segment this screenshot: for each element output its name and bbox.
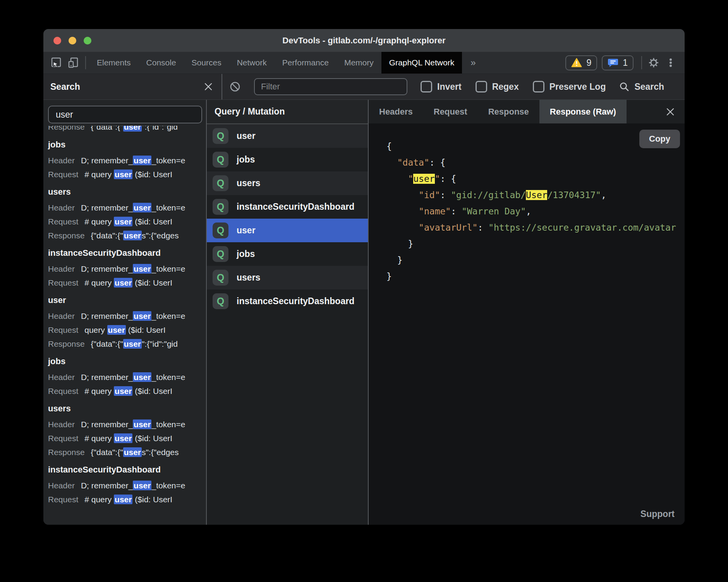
query-type-badge: Q — [213, 128, 228, 144]
result-row[interactable]: Requestquery user ($id: UserI — [48, 323, 206, 337]
settings-gear-icon[interactable] — [645, 57, 662, 68]
result-row[interactable]: Response{"data":{"users":{"edges — [48, 229, 206, 243]
result-text: ":{"id":"gid — [142, 339, 178, 348]
toolbar-divider — [85, 56, 86, 69]
kebab-menu-icon[interactable] — [662, 57, 679, 68]
filter-input[interactable] — [254, 78, 407, 95]
json-token — [386, 157, 397, 168]
tabbar-spacer — [484, 52, 566, 74]
detail-tab-request[interactable]: Request — [423, 100, 478, 123]
tab-memory[interactable]: Memory — [337, 52, 381, 74]
result-text: _token=e — [151, 264, 185, 273]
warnings-badge[interactable]: 9 — [565, 55, 597, 70]
result-row[interactable]: HeaderD; remember_user_token=e — [48, 262, 206, 276]
inspect-element-icon[interactable] — [48, 52, 65, 74]
result-row[interactable]: Request# query user ($id: UserI — [48, 384, 206, 398]
detail-tab-response-raw[interactable]: Response (Raw) — [539, 100, 627, 123]
result-row[interactable]: Response{"data":{"users":{"edges — [48, 445, 206, 459]
result-row[interactable]: HeaderD; remember_user_token=e — [48, 309, 206, 323]
highlighted-match: user — [114, 169, 132, 179]
json-token: , — [601, 190, 606, 200]
result-row[interactable]: Request# query user ($id: UserI — [48, 431, 206, 445]
highlighted-match: user — [123, 231, 142, 240]
result-row-content: # query user ($id: UserI — [84, 433, 172, 443]
result-text: # query — [84, 278, 114, 287]
json-token: "data" — [397, 157, 429, 168]
json-code-line: "user": { — [386, 171, 685, 187]
result-text: {"data":{" — [91, 339, 123, 348]
preserve-log-checkbox[interactable]: Preserve Log — [533, 81, 606, 92]
support-link[interactable]: Support — [640, 509, 675, 519]
query-row-users[interactable]: Qusers — [207, 266, 368, 289]
result-row[interactable]: Request# query user ($id: UserI — [48, 215, 206, 229]
query-row-user[interactable]: Quser — [207, 219, 368, 242]
invert-checkbox-box[interactable] — [421, 81, 432, 92]
highlighted-match: user — [114, 278, 132, 288]
result-row[interactable]: HeaderD; remember_user_token=e — [48, 154, 206, 168]
result-row[interactable]: HeaderD; remember_user_token=e — [48, 479, 206, 493]
search-toggle[interactable]: Search — [619, 81, 664, 92]
result-row-content: # query user ($id: UserI — [84, 386, 172, 396]
tab-elements[interactable]: Elements — [89, 52, 139, 74]
result-text: ":{"id":"gid — [142, 126, 178, 131]
search-input-box[interactable] — [48, 106, 202, 123]
preserve-log-checkbox-box[interactable] — [533, 81, 544, 92]
result-row-content: D; remember_user_token=e — [81, 372, 185, 382]
query-type-badge: Q — [213, 152, 228, 168]
tab-performance[interactable]: Performance — [275, 52, 337, 74]
query-row-users[interactable]: Qusers — [207, 171, 368, 195]
tab-network[interactable]: Network — [229, 52, 275, 74]
result-row-label: Header — [48, 156, 75, 165]
tab-graphql-network[interactable]: GraphQL Network — [381, 52, 462, 74]
search-results: Response{"data":{"user":{"id":"gidjobsHe… — [43, 126, 206, 525]
json-code: { "data": { "user": { "id": "gid://gitla… — [369, 123, 685, 284]
more-tabs-chevron[interactable]: » — [462, 52, 484, 74]
query-row-user[interactable]: Quser — [207, 124, 368, 148]
regex-checkbox-box[interactable] — [476, 81, 487, 92]
close-detail-button[interactable] — [656, 100, 685, 123]
result-row[interactable]: Response{"data":{"user":{"id":"gid — [48, 126, 206, 134]
detail-panel: HeadersRequestResponseResponse (Raw) { "… — [369, 100, 685, 525]
result-row[interactable]: HeaderD; remember_user_token=e — [48, 370, 206, 384]
result-row[interactable]: HeaderD; remember_user_token=e — [48, 418, 206, 431]
detail-tabs: HeadersRequestResponseResponse (Raw) — [369, 100, 685, 123]
json-token — [386, 223, 419, 233]
query-row-instancesecuritydashboard[interactable]: QinstanceSecurityDashboard — [207, 195, 368, 219]
query-row-label: user — [237, 131, 256, 141]
detail-tab-response[interactable]: Response — [478, 100, 539, 123]
close-window-button[interactable] — [53, 37, 61, 45]
regex-checkbox[interactable]: Regex — [476, 81, 519, 92]
search-icon — [619, 81, 630, 92]
clear-log-icon[interactable] — [229, 81, 241, 92]
query-row-label: instanceSecurityDashboard — [237, 296, 354, 306]
query-row-jobs[interactable]: Qjobs — [207, 148, 368, 171]
highlighted-match: user — [133, 372, 151, 382]
result-row[interactable]: Request# query user ($id: UserI — [48, 493, 206, 507]
json-code-line: "name": "Warren Day", — [386, 203, 685, 219]
clipped-result-row[interactable]: Response{"data":{"user":{"id":"gid — [48, 126, 206, 134]
invert-checkbox[interactable]: Invert — [421, 81, 462, 92]
search-toggle-label: Search — [634, 82, 664, 92]
query-row-jobs[interactable]: Qjobs — [207, 242, 368, 266]
tab-console[interactable]: Console — [139, 52, 184, 74]
search-input[interactable] — [55, 109, 195, 120]
result-row-content: {"data":{"user":{"id":"gid — [91, 339, 178, 349]
zoom-window-button[interactable] — [84, 37, 91, 45]
close-search-icon[interactable] — [204, 82, 213, 91]
result-row[interactable]: Response{"data":{"user":{"id":"gid — [48, 337, 206, 351]
result-row[interactable]: Request# query user ($id: UserI — [48, 168, 206, 181]
detail-tab-headers[interactable]: Headers — [369, 100, 423, 123]
result-row[interactable]: HeaderD; remember_user_token=e — [48, 201, 206, 215]
result-text: {"data":{" — [91, 231, 123, 240]
result-row-label: Request — [48, 278, 78, 287]
device-toolbar-icon[interactable] — [65, 52, 82, 74]
result-group-title: instanceSecurityDashboard — [48, 244, 206, 262]
highlighted-match: user — [123, 447, 142, 457]
result-row[interactable]: Request# query user ($id: UserI — [48, 276, 206, 290]
query-row-instancesecuritydashboard[interactable]: QinstanceSecurityDashboard — [207, 289, 368, 313]
copy-button[interactable]: Copy — [639, 130, 680, 148]
minimize-window-button[interactable] — [69, 37, 76, 45]
issues-badge[interactable]: 1 — [602, 55, 634, 70]
tab-sources[interactable]: Sources — [184, 52, 229, 74]
result-text: # query — [84, 170, 114, 179]
